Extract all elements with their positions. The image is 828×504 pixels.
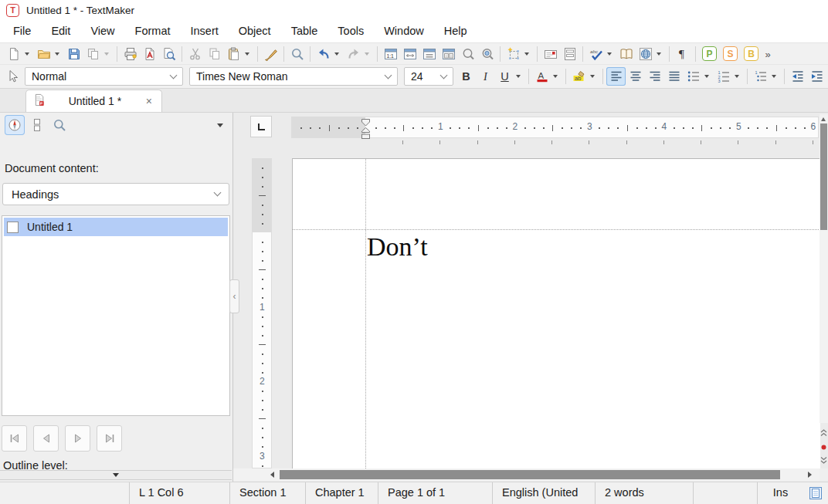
horizontal-scrollbar-thumb[interactable]	[280, 470, 780, 479]
word-count[interactable]: 2 words	[595, 482, 693, 504]
insert-mode-indicator[interactable]: Ins	[757, 482, 803, 504]
scroll-up-arrow[interactable]	[821, 117, 826, 121]
actual-size-button[interactable]: 1:1	[381, 45, 400, 63]
align-left-button[interactable]	[606, 67, 626, 86]
cut-button[interactable]	[185, 45, 205, 63]
thesaurus-button[interactable]	[616, 45, 636, 63]
page-indicator[interactable]: Page 1 of 1	[378, 482, 492, 504]
outline-numbering-button[interactable]: 1	[751, 67, 770, 86]
heading-checkbox[interactable]	[7, 222, 19, 233]
go-first-heading-button[interactable]	[2, 425, 27, 452]
font-size-select[interactable]: 24	[404, 67, 453, 86]
bullet-list-button[interactable]	[684, 67, 703, 86]
go-last-heading-button[interactable]	[97, 425, 122, 452]
two-pages-view-button[interactable]	[439, 45, 458, 63]
formatting-marks-button[interactable]: ¶	[673, 45, 692, 63]
numbered-list-button[interactable]: 123	[714, 67, 733, 86]
form-view-button[interactable]	[560, 45, 579, 63]
print-preview-button[interactable]	[159, 45, 178, 63]
sidebar-search-button[interactable]	[49, 115, 70, 135]
sidebar-navigator-button[interactable]	[5, 115, 25, 135]
cursor-position[interactable]: L 1 Col 6	[129, 482, 229, 504]
align-center-button[interactable]	[626, 67, 645, 86]
font-color-button[interactable]: A	[532, 67, 551, 86]
presentations-badge-button[interactable]: S	[723, 46, 738, 61]
search-button[interactable]	[287, 45, 307, 63]
menu-tools[interactable]: Tools	[327, 20, 374, 42]
document-text[interactable]: Don’t	[367, 232, 428, 262]
object-mode-button[interactable]	[2, 67, 22, 86]
content-type-select[interactable]: Headings	[2, 183, 229, 205]
font-color-dropdown-arrow[interactable]	[553, 75, 558, 78]
document-page[interactable]: Don’t	[292, 158, 820, 468]
open-document-button[interactable]	[34, 45, 53, 63]
fit-page-width-button[interactable]	[400, 45, 419, 63]
zoom-out-button[interactable]	[458, 45, 477, 63]
horizontal-scrollbar[interactable]	[233, 468, 820, 481]
tab-stop-type-button[interactable]	[250, 116, 272, 137]
tab-close-icon[interactable]: ×	[144, 95, 154, 107]
paragraph-style-select[interactable]: Normal	[25, 67, 183, 86]
open-document-dropdown-arrow[interactable]	[55, 52, 59, 56]
print-button[interactable]	[120, 45, 140, 63]
undo-dropdown-arrow[interactable]	[334, 52, 339, 56]
numbered-list-dropdown-arrow[interactable]	[735, 75, 739, 78]
new-document-button[interactable]	[4, 45, 23, 63]
save-all-dropdown-arrow[interactable]	[104, 52, 109, 56]
vertical-scrollbar-thumb[interactable]	[820, 123, 827, 230]
menu-insert[interactable]: Insert	[180, 20, 228, 42]
save-button[interactable]	[64, 45, 83, 63]
status-spacer[interactable]	[0, 482, 129, 504]
go-next-heading-button[interactable]	[65, 425, 90, 452]
redo-button[interactable]	[344, 45, 363, 63]
horizontal-ruler[interactable]: 123456	[291, 117, 819, 138]
paste-dropdown-arrow[interactable]	[245, 52, 249, 56]
increase-indent-button[interactable]	[807, 67, 826, 86]
menu-help[interactable]: Help	[434, 20, 477, 42]
menu-file[interactable]: File	[3, 20, 41, 42]
planmaker-badge-button[interactable]: P	[702, 46, 717, 61]
paste-button[interactable]	[224, 45, 243, 63]
menu-view[interactable]: View	[80, 20, 124, 42]
highlight-button[interactable]: ab	[569, 67, 589, 86]
insert-frame-button[interactable]	[504, 45, 523, 63]
mail-merge-button[interactable]	[541, 45, 560, 63]
redo-dropdown-arrow[interactable]	[365, 52, 369, 56]
translate-dropdown-arrow[interactable]	[657, 52, 661, 56]
go-previous-heading-button[interactable]	[33, 425, 59, 452]
menu-object[interactable]: Object	[229, 20, 281, 42]
basicmaker-badge-button[interactable]: B	[744, 46, 758, 61]
browse-previous-button[interactable]	[820, 428, 828, 440]
scroll-right-arrow[interactable]	[808, 472, 812, 478]
align-right-button[interactable]	[645, 67, 664, 86]
underline-button[interactable]: U	[495, 67, 514, 86]
chapter-indicator[interactable]: Chapter 1	[305, 482, 378, 504]
menu-edit[interactable]: Edit	[41, 20, 80, 42]
page-layout-view-icon[interactable]	[809, 486, 823, 500]
sidebar-collapse-handle[interactable]: ‹	[229, 279, 239, 313]
highlight-dropdown-arrow[interactable]	[590, 75, 595, 78]
decrease-indent-button[interactable]	[788, 67, 807, 86]
toolbar-overflow-button[interactable]: »	[762, 45, 774, 63]
save-all-button[interactable]	[83, 45, 103, 63]
scroll-left-arrow[interactable]	[270, 472, 274, 478]
vertical-ruler[interactable]: 123	[252, 158, 272, 468]
document-tab[interactable]: Untitled 1 * ×	[25, 90, 162, 112]
italic-button[interactable]: I	[476, 67, 495, 86]
sidebar-menu-arrow[interactable]	[217, 123, 223, 127]
export-pdf-button[interactable]	[140, 45, 159, 63]
vertical-scrollbar[interactable]	[820, 114, 828, 423]
menu-format[interactable]: Format	[125, 20, 181, 42]
status-spare[interactable]	[693, 482, 757, 504]
browse-select-button[interactable]	[820, 441, 828, 454]
copy-button[interactable]	[205, 45, 224, 63]
browse-next-button[interactable]	[820, 455, 828, 468]
fit-full-page-button[interactable]	[419, 45, 439, 63]
language-indicator[interactable]: English (United	[492, 482, 595, 504]
align-justify-button[interactable]	[664, 67, 684, 86]
new-document-dropdown-arrow[interactable]	[25, 52, 29, 56]
outline-numbering-dropdown-arrow[interactable]	[772, 75, 776, 78]
font-name-select[interactable]: Times New Roman	[189, 67, 398, 86]
outline-level-select[interactable]	[0, 470, 232, 480]
spell-check-button[interactable]: abc	[586, 45, 606, 63]
